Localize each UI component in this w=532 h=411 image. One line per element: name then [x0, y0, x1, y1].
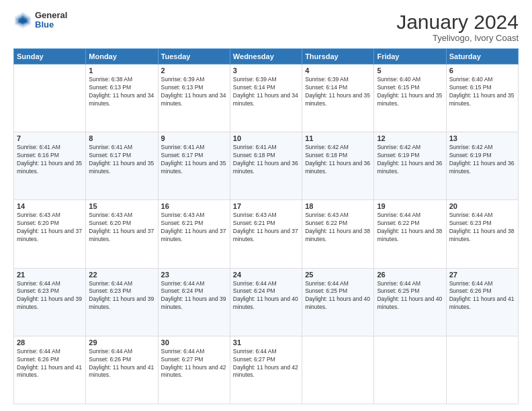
- table-cell: 20 Sunrise: 6:44 AMSunset: 6:23 PMDaylig…: [446, 200, 518, 268]
- day-number: 31: [233, 338, 299, 347]
- day-info: Sunrise: 6:43 AMSunset: 6:20 PMDaylight:…: [89, 212, 154, 244]
- table-cell: 23 Sunrise: 6:44 AMSunset: 6:24 PMDaylig…: [158, 268, 230, 336]
- table-cell: 8 Sunrise: 6:41 AMSunset: 6:17 PMDayligh…: [86, 132, 158, 200]
- day-number: 28: [17, 338, 83, 347]
- week-row-2: 7 Sunrise: 6:41 AMSunset: 6:16 PMDayligh…: [14, 132, 519, 200]
- table-cell: [302, 336, 374, 404]
- table-cell: 29 Sunrise: 6:44 AMSunset: 6:26 PMDaylig…: [86, 336, 158, 404]
- title-section: January 2024 Tyelivogo, Ivory Coast: [396, 11, 519, 43]
- table-cell: 31 Sunrise: 6:44 AMSunset: 6:27 PMDaylig…: [230, 336, 302, 404]
- table-cell: [374, 336, 446, 404]
- day-info: Sunrise: 6:43 AMSunset: 6:21 PMDaylight:…: [161, 212, 227, 244]
- day-info: Sunrise: 6:44 AMSunset: 6:24 PMDaylight:…: [233, 280, 299, 312]
- day-number: 1: [89, 66, 154, 75]
- day-number: 10: [233, 134, 299, 142]
- day-info: Sunrise: 6:43 AMSunset: 6:20 PMDaylight:…: [17, 212, 83, 244]
- logo-text: General Blue: [35, 11, 67, 30]
- day-info: Sunrise: 6:38 AMSunset: 6:13 PMDaylight:…: [89, 76, 154, 108]
- day-number: 11: [305, 134, 371, 142]
- table-cell: 1 Sunrise: 6:38 AMSunset: 6:13 PMDayligh…: [86, 64, 158, 132]
- day-number: 29: [89, 338, 154, 347]
- col-sunday: Sunday: [14, 49, 86, 64]
- table-cell: 14 Sunrise: 6:43 AMSunset: 6:20 PMDaylig…: [14, 200, 86, 268]
- table-cell: 18 Sunrise: 6:43 AMSunset: 6:22 PMDaylig…: [302, 200, 374, 268]
- day-number: 24: [233, 271, 299, 279]
- logo-blue-text: Blue: [35, 20, 67, 30]
- table-cell: 9 Sunrise: 6:41 AMSunset: 6:17 PMDayligh…: [158, 132, 230, 200]
- table-cell: 16 Sunrise: 6:43 AMSunset: 6:21 PMDaylig…: [158, 200, 230, 268]
- table-cell: 3 Sunrise: 6:39 AMSunset: 6:14 PMDayligh…: [230, 64, 302, 132]
- day-number: 9: [161, 134, 227, 142]
- col-saturday: Saturday: [446, 49, 518, 64]
- day-number: 6: [449, 66, 515, 75]
- page: General Blue January 2024 Tyelivogo, Ivo…: [0, 0, 532, 411]
- day-info: Sunrise: 6:41 AMSunset: 6:18 PMDaylight:…: [233, 144, 299, 176]
- day-info: Sunrise: 6:44 AMSunset: 6:27 PMDaylight:…: [161, 348, 227, 380]
- day-info: Sunrise: 6:39 AMSunset: 6:13 PMDaylight:…: [161, 76, 227, 108]
- day-info: Sunrise: 6:42 AMSunset: 6:19 PMDaylight:…: [377, 144, 443, 176]
- table-cell: [446, 336, 518, 404]
- table-cell: 26 Sunrise: 6:44 AMSunset: 6:25 PMDaylig…: [374, 268, 446, 336]
- day-number: 26: [377, 271, 443, 279]
- table-cell: [14, 64, 86, 132]
- day-info: Sunrise: 6:44 AMSunset: 6:23 PMDaylight:…: [17, 280, 83, 312]
- day-info: Sunrise: 6:41 AMSunset: 6:17 PMDaylight:…: [89, 144, 154, 176]
- table-cell: 24 Sunrise: 6:44 AMSunset: 6:24 PMDaylig…: [230, 268, 302, 336]
- day-number: 15: [89, 202, 154, 210]
- day-info: Sunrise: 6:40 AMSunset: 6:15 PMDaylight:…: [377, 76, 443, 108]
- month-title: January 2024: [396, 11, 519, 33]
- day-number: 12: [377, 134, 443, 142]
- day-number: 22: [89, 271, 154, 279]
- day-number: 19: [377, 202, 443, 210]
- day-number: 23: [161, 271, 227, 279]
- day-number: 8: [89, 134, 154, 142]
- table-cell: 21 Sunrise: 6:44 AMSunset: 6:23 PMDaylig…: [14, 268, 86, 336]
- logo-general-text: General: [35, 11, 67, 20]
- table-cell: 12 Sunrise: 6:42 AMSunset: 6:19 PMDaylig…: [374, 132, 446, 200]
- table-cell: 10 Sunrise: 6:41 AMSunset: 6:18 PMDaylig…: [230, 132, 302, 200]
- col-wednesday: Wednesday: [230, 49, 302, 64]
- day-info: Sunrise: 6:44 AMSunset: 6:26 PMDaylight:…: [449, 280, 515, 312]
- day-info: Sunrise: 6:44 AMSunset: 6:23 PMDaylight:…: [449, 212, 515, 244]
- day-number: 13: [449, 134, 515, 142]
- table-cell: 15 Sunrise: 6:43 AMSunset: 6:20 PMDaylig…: [86, 200, 158, 268]
- day-info: Sunrise: 6:44 AMSunset: 6:26 PMDaylight:…: [89, 348, 154, 380]
- day-number: 14: [17, 202, 83, 210]
- day-info: Sunrise: 6:44 AMSunset: 6:25 PMDaylight:…: [305, 280, 371, 312]
- table-cell: 2 Sunrise: 6:39 AMSunset: 6:13 PMDayligh…: [158, 64, 230, 132]
- table-cell: 4 Sunrise: 6:39 AMSunset: 6:14 PMDayligh…: [302, 64, 374, 132]
- day-number: 3: [233, 66, 299, 75]
- day-info: Sunrise: 6:44 AMSunset: 6:24 PMDaylight:…: [161, 280, 227, 312]
- day-info: Sunrise: 6:44 AMSunset: 6:27 PMDaylight:…: [233, 348, 299, 380]
- day-number: 5: [377, 66, 443, 75]
- day-info: Sunrise: 6:44 AMSunset: 6:26 PMDaylight:…: [17, 348, 83, 380]
- table-cell: 22 Sunrise: 6:44 AMSunset: 6:23 PMDaylig…: [86, 268, 158, 336]
- day-number: 16: [161, 202, 227, 210]
- day-info: Sunrise: 6:39 AMSunset: 6:14 PMDaylight:…: [233, 76, 299, 108]
- day-number: 4: [305, 66, 371, 75]
- col-tuesday: Tuesday: [158, 49, 230, 64]
- day-info: Sunrise: 6:40 AMSunset: 6:15 PMDaylight:…: [449, 76, 515, 108]
- logo-icon: [13, 11, 32, 30]
- day-info: Sunrise: 6:42 AMSunset: 6:18 PMDaylight:…: [305, 144, 371, 176]
- day-number: 30: [161, 338, 227, 347]
- col-thursday: Thursday: [302, 49, 374, 64]
- day-number: 27: [449, 271, 515, 279]
- table-cell: 27 Sunrise: 6:44 AMSunset: 6:26 PMDaylig…: [446, 268, 518, 336]
- table-cell: 5 Sunrise: 6:40 AMSunset: 6:15 PMDayligh…: [374, 64, 446, 132]
- day-info: Sunrise: 6:41 AMSunset: 6:16 PMDaylight:…: [17, 144, 83, 176]
- day-info: Sunrise: 6:44 AMSunset: 6:25 PMDaylight:…: [377, 280, 443, 312]
- day-info: Sunrise: 6:39 AMSunset: 6:14 PMDaylight:…: [305, 76, 371, 108]
- day-info: Sunrise: 6:42 AMSunset: 6:19 PMDaylight:…: [449, 144, 515, 176]
- day-info: Sunrise: 6:43 AMSunset: 6:22 PMDaylight:…: [305, 212, 371, 244]
- table-cell: 13 Sunrise: 6:42 AMSunset: 6:19 PMDaylig…: [446, 132, 518, 200]
- location-subtitle: Tyelivogo, Ivory Coast: [396, 33, 519, 43]
- week-row-1: 1 Sunrise: 6:38 AMSunset: 6:13 PMDayligh…: [14, 64, 519, 132]
- table-cell: 19 Sunrise: 6:44 AMSunset: 6:22 PMDaylig…: [374, 200, 446, 268]
- day-number: 25: [305, 271, 371, 279]
- day-info: Sunrise: 6:44 AMSunset: 6:23 PMDaylight:…: [89, 280, 154, 312]
- logo: General Blue: [13, 11, 67, 30]
- day-number: 18: [305, 202, 371, 210]
- table-cell: 7 Sunrise: 6:41 AMSunset: 6:16 PMDayligh…: [14, 132, 86, 200]
- col-monday: Monday: [86, 49, 158, 64]
